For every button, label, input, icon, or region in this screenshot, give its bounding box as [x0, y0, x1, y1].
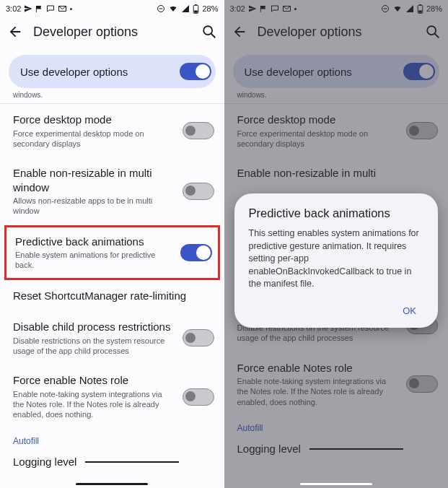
toggle-switch[interactable]: [180, 244, 212, 261]
setting-sub: Disable restrictions on the system resou…: [13, 336, 175, 357]
dot-icon: [70, 8, 72, 10]
setting-title: Enable non-resizable in multi window: [13, 166, 175, 194]
setting-disable-child[interactable]: Disable child process restrictions Disab…: [0, 311, 224, 365]
dnd-icon: [157, 4, 165, 13]
flag-icon: [260, 5, 268, 13]
setting-title: Force enable Notes role: [13, 373, 175, 388]
setting-sub: Force experimental desktop mode on secon…: [13, 128, 175, 149]
wifi-icon: [392, 4, 403, 13]
search-icon[interactable]: [425, 24, 441, 40]
status-bar: 3:02 28%: [0, 0, 224, 16]
toggle-switch[interactable]: [183, 183, 214, 200]
battery-pct: 28%: [426, 4, 442, 13]
setting-title: Disable child process restrictions: [13, 320, 175, 334]
setting-force-desktop[interactable]: Force desktop mode Force experimental de…: [224, 104, 449, 157]
screenshot-left: 3:02 28% Developer options Use developer…: [0, 0, 224, 488]
toggle-switch[interactable]: [183, 329, 214, 347]
gmail-icon: [58, 4, 67, 13]
svg-point-9: [427, 26, 436, 35]
app-bar: Developer options: [0, 16, 224, 48]
chat-icon: [46, 4, 55, 13]
setting-title: Reset ShortcutManager rate-limiting: [13, 289, 214, 303]
master-toggle-row[interactable]: Use developer options: [233, 55, 440, 88]
setting-logging-level[interactable]: Logging level: [224, 435, 449, 456]
gmail-icon: [282, 4, 291, 13]
section-autofill: Autofill: [0, 429, 224, 448]
setting-non-resizable[interactable]: Enable non-resizable in multi window All…: [0, 157, 224, 225]
signal-icon: [181, 4, 190, 13]
setting-notes-role[interactable]: Force enable Notes role Enable note-taki…: [224, 352, 449, 416]
setting-non-resizable[interactable]: Enable non-resizable in multi: [224, 157, 449, 183]
setting-notes-role[interactable]: Force enable Notes role Enable note-taki…: [0, 365, 224, 428]
toggle-switch[interactable]: [406, 375, 438, 393]
master-toggle-switch[interactable]: [180, 63, 211, 80]
setting-sub: Enable system animations for predictive …: [15, 250, 173, 271]
screenshot-right: 3:02 28% Developer options Use developer…: [224, 0, 449, 488]
section-autofill: Autofill: [224, 416, 449, 435]
svg-rect-7: [419, 4, 421, 5]
status-time: 3:02: [6, 4, 21, 13]
setting-predictive-back[interactable]: Predictive back animations Enable system…: [4, 225, 220, 280]
setting-reset-shortcutmanager[interactable]: Reset ShortcutManager rate-limiting: [0, 280, 224, 312]
setting-title: Force desktop mode: [237, 113, 400, 127]
battery-icon: [193, 4, 199, 14]
setting-title: Logging level: [237, 442, 301, 456]
send-icon: [248, 4, 257, 13]
dialog-ok-button[interactable]: OK: [395, 301, 423, 321]
wifi-icon: [168, 4, 178, 13]
slider-track[interactable]: [309, 448, 403, 450]
send-icon: [24, 4, 32, 13]
setting-sub: Allows non-resizable apps to be in multi…: [13, 196, 175, 217]
toggle-switch[interactable]: [406, 122, 438, 139]
back-icon[interactable]: [7, 24, 23, 40]
svg-rect-3: [195, 10, 198, 12]
svg-point-4: [203, 26, 212, 35]
svg-rect-8: [418, 10, 422, 12]
setting-logging-level[interactable]: Logging level: [0, 448, 224, 469]
setting-title: Enable non-resizable in multi: [237, 166, 439, 180]
setting-title: Force desktop mode: [13, 113, 175, 127]
gesture-nav-bar[interactable]: [76, 483, 148, 485]
slider-track[interactable]: [85, 461, 179, 463]
back-icon[interactable]: [232, 24, 247, 40]
truncated-text: windows.: [224, 91, 449, 104]
chat-icon: [271, 4, 279, 13]
dnd-icon: [381, 4, 390, 13]
dialog-predictive-back: Predictive back animations This setting …: [234, 193, 439, 328]
toggle-switch[interactable]: [183, 122, 214, 139]
setting-title: Force enable Notes role: [237, 361, 400, 375]
status-time: 3:02: [230, 4, 245, 13]
setting-force-desktop[interactable]: Force desktop mode Force experimental de…: [0, 104, 224, 157]
signal-icon: [405, 4, 414, 13]
search-icon[interactable]: [201, 24, 217, 40]
setting-sub: Enable note-taking system integrations v…: [237, 376, 400, 407]
truncated-text: windows.: [0, 91, 224, 104]
setting-sub: Enable note-taking system integrations v…: [13, 389, 175, 420]
master-toggle-label: Use developer options: [20, 66, 128, 78]
dot-icon: [294, 8, 297, 10]
setting-sub: Force experimental desktop mode on secon…: [237, 128, 400, 149]
flag-icon: [35, 5, 43, 13]
gesture-nav-bar[interactable]: [300, 483, 372, 485]
app-bar: Developer options: [224, 16, 449, 48]
setting-title: Predictive back animations: [15, 235, 173, 249]
status-bar: 3:02 28%: [224, 0, 449, 16]
dialog-body: This setting enables system animations f…: [249, 227, 424, 291]
master-toggle-label: Use developer options: [245, 66, 352, 78]
setting-title: Logging level: [13, 455, 76, 469]
battery-icon: [417, 4, 423, 14]
dialog-title: Predictive back animations: [249, 206, 424, 220]
page-title: Developer options: [247, 25, 426, 40]
toggle-switch[interactable]: [183, 388, 214, 406]
page-title: Developer options: [23, 25, 201, 40]
svg-rect-2: [196, 4, 198, 5]
master-toggle-switch[interactable]: [403, 63, 435, 80]
battery-pct: 28%: [202, 4, 218, 13]
master-toggle-row[interactable]: Use developer options: [9, 55, 216, 88]
